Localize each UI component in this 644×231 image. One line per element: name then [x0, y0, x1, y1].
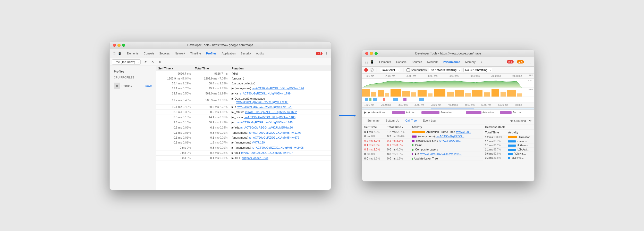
right-inspect-icon[interactable]: ⬚ — [364, 60, 368, 64]
net-chart — [362, 97, 534, 102]
mobile-icon[interactable]: 📱 — [117, 51, 122, 55]
record-button[interactable] — [364, 68, 368, 72]
table-row: 0 ms 0% 0.3 ms 0.01% ▶ (anonymous) rs=AC… — [156, 145, 331, 150]
svg-rect-0 — [362, 89, 370, 97]
svg-rect-19 — [365, 98, 368, 101]
tab-security[interactable]: Security — [238, 51, 253, 56]
refresh-icon[interactable]: ↻ — [157, 59, 162, 65]
svg-rect-23 — [393, 98, 398, 101]
heaviest-row: 1.2 ms 100.0% Animation — [483, 135, 534, 139]
col-self-time[interactable]: Self Time — [156, 66, 193, 71]
right-tab-memory[interactable]: Memory — [463, 59, 478, 65]
table-row: 0.0 ms 1.3% 0.0 ms 1.3% Update Layer Tre… — [362, 156, 483, 161]
calltree-right: Heaviest stack Total Time Activity 1.2 m… — [483, 124, 534, 181]
tab-call-tree[interactable]: Call Tree — [402, 117, 420, 124]
screenshots-checkbox-label[interactable]: Screenshots — [406, 68, 427, 72]
tab-sources[interactable]: Sources — [157, 51, 172, 56]
svg-rect-5 — [402, 91, 410, 97]
right-tab-network[interactable]: Network — [425, 59, 440, 65]
calltree-table: Self Time Total Time Activity 0.1 ms 7.3… — [362, 124, 483, 161]
selection-bar — [362, 108, 534, 110]
svg-rect-3 — [385, 93, 389, 97]
tab-console[interactable]: Console — [141, 51, 157, 56]
heaviest-table: Total Time Activity 1.2 ms 100.0% Animat… — [483, 130, 534, 160]
grouping-select[interactable]: No Grouping — [507, 118, 532, 124]
interaction-bars: Ani...ion Animation Animation An...on — [387, 111, 532, 114]
col-total-time[interactable]: Total Time — [193, 66, 230, 71]
cpu-right-label: CPU — [528, 79, 533, 82]
tab-elements[interactable]: Elements — [124, 51, 141, 56]
tab-summary[interactable]: Summary — [364, 117, 383, 124]
cpu-throttle-select[interactable]: No CPU throttling — [463, 68, 492, 72]
right-close-button[interactable] — [365, 52, 368, 55]
heaviest-row: 1.1 ms 88.7% c /maps... — [483, 139, 534, 144]
heaviest-row: 0.3 ms 21.5% aKb /ma... — [483, 156, 534, 160]
save-button[interactable]: Save — [145, 84, 152, 87]
table-row: 2.6 ms 0.10% 38.1 ms 1.49% ▶ b rs=ACT90o… — [156, 120, 331, 125]
table-row: 0.1 ms 0.01% 1.8 ms 0.07% ▶ (anonymous) … — [156, 140, 331, 145]
right-menu-icon[interactable]: ⋮ — [528, 60, 532, 64]
left-titlebar: Developer Tools - https://www.google.com… — [110, 42, 331, 49]
activity-link[interactable]: rs=ACT90... — [456, 130, 471, 133]
maximize-button[interactable] — [122, 44, 125, 47]
sidebar-profile-item[interactable]: ▦ Profile 1 Save — [112, 81, 154, 90]
network-throttle-select[interactable]: No network throttling — [429, 68, 461, 72]
tab-event-log[interactable]: Event Log — [420, 117, 439, 124]
svg-rect-21 — [373, 98, 377, 101]
svg-rect-4 — [391, 89, 401, 97]
heaviest-header-row: Total Time Activity — [483, 130, 534, 135]
inspect-icon[interactable]: ⬚ — [112, 51, 116, 55]
calltree-left[interactable]: Self Time Total Time Activity 0.1 ms 7.3… — [362, 124, 483, 181]
menu-icon[interactable]: ⋮ — [325, 51, 329, 55]
interactions-label: ▶ Interactions — [368, 111, 385, 114]
table-row: 0.2 ms 2.0% 0.0 ms 0.0% Composite Layers — [362, 147, 483, 152]
calltree-body: 0.1 ms 7.3% 1.2 ms 64.7% Animation Frame… — [362, 130, 483, 161]
second-ruler-marks: 1500 ms 2000 ms 2500 ms 3000 ms 3500 ms … — [364, 103, 532, 106]
table-row: 0 ms 0% 0.8 ms 0.03% ▶ yB.T rs=ACT90oGqR… — [156, 150, 331, 155]
javascript-select[interactable]: JavaScript — [380, 68, 400, 72]
tab-network[interactable]: Network — [172, 51, 188, 56]
right-tab-elements[interactable]: Elements — [377, 59, 394, 65]
tab-application[interactable]: Application — [219, 51, 238, 56]
activity-link[interactable]: rs=ACT90oGqRZGGxuWo-z8B... — [420, 152, 462, 155]
fps-label: FPS — [529, 74, 533, 77]
right-tab-console[interactable]: Console — [394, 59, 409, 65]
tab-bottom-up[interactable]: Bottom-Up — [383, 117, 402, 124]
ct-col-self-time[interactable]: Self Time — [362, 124, 385, 130]
table-row: 9626.7 ms 9626.7 ms (idle) — [156, 71, 331, 76]
activity-bar — [412, 149, 413, 151]
screenshots-checkbox[interactable] — [406, 68, 410, 72]
interactions-expand[interactable]: ▶ — [364, 111, 366, 114]
right-mobile-icon[interactable]: 📱 — [370, 60, 374, 64]
right-tab-performance[interactable]: Performance — [440, 59, 463, 65]
close-icon[interactable]: ✕ — [150, 59, 155, 65]
right-maximize-button[interactable] — [375, 52, 378, 55]
table-row: 1202.9 ms 47.04% 1202.9 ms 47.04% (progr… — [156, 76, 331, 81]
ct-col-total-time[interactable]: Total Time — [385, 124, 410, 130]
clear-button[interactable]: ↺ — [370, 68, 374, 72]
col-function[interactable]: Function — [230, 66, 331, 71]
right-tab-more[interactable]: » — [478, 59, 485, 65]
ct-col-activity[interactable]: Activity — [410, 124, 483, 130]
table-row: 0.2 ms 8.7% 0.2 ms 8.7% Recalculate Styl… — [362, 139, 483, 143]
right-tab-sources[interactable]: Sources — [409, 59, 425, 65]
minimize-button[interactable] — [117, 44, 121, 47]
main-row: ▼ ▼ Main — [362, 115, 534, 117]
activity-link[interactable]: rs=ACT90oGqRZGG... — [436, 135, 464, 138]
tab-timeline[interactable]: Timeline — [188, 51, 204, 56]
table-row: 19.1 ms 0.75% 45.7 ms 1.79% ▶ (anonymous… — [156, 86, 331, 91]
tab-audits[interactable]: Audits — [253, 51, 267, 56]
tab-profiles[interactable]: Profiles — [204, 51, 219, 56]
eye-icon[interactable]: 👁 — [143, 59, 148, 65]
tree-select[interactable]: Tree (Top Down) — [112, 59, 141, 65]
timeline-selection[interactable] — [431, 108, 474, 109]
main-expand[interactable]: ▼ — [364, 117, 367, 118]
close-button[interactable] — [113, 44, 116, 47]
activity-link[interactable]: rs=ACT90oGqR... — [439, 139, 462, 142]
table-scroll-area[interactable]: Self Time Total Time Function 9626.7 ms … — [156, 66, 331, 180]
right-minimize-button[interactable] — [370, 52, 373, 55]
right-traffic-lights — [365, 52, 378, 55]
right-error-badge: ✕ 3 — [507, 60, 513, 63]
javascript-select-wrap: JavaScript — [380, 68, 400, 72]
svg-rect-20 — [369, 98, 371, 101]
